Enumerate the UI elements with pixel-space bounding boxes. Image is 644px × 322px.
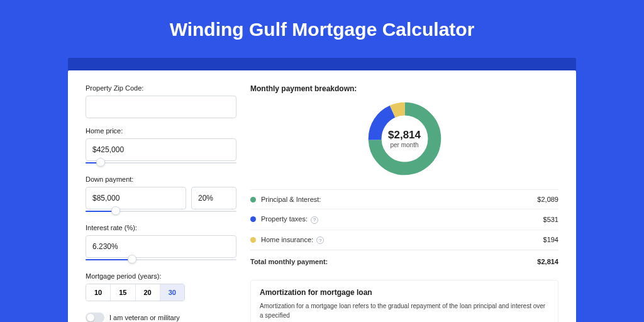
down-payment-slider[interactable]: [86, 209, 236, 215]
down-payment-slider-thumb[interactable]: [111, 206, 120, 215]
donut-wrap: $2,814 per month: [250, 99, 558, 178]
dot-pi: [250, 197, 256, 203]
period-option-30[interactable]: 30: [160, 284, 184, 301]
legend-value-pi: $2,089: [537, 196, 558, 203]
legend-value-ins: $194: [543, 236, 558, 243]
zip-input[interactable]: [86, 96, 236, 118]
period-option-20[interactable]: 20: [136, 284, 160, 301]
help-icon[interactable]: ?: [316, 236, 324, 244]
zip-label: Property Zip Code:: [86, 84, 236, 92]
legend-label-ins: Home insurance: ?: [261, 236, 538, 245]
legend-total-value: $2,814: [537, 258, 558, 265]
calculator-card: Property Zip Code: Home price: Down paym…: [68, 70, 576, 322]
legend-row-total: Total monthly payment: $2,814: [250, 250, 558, 271]
help-icon[interactable]: ?: [311, 216, 318, 224]
legend-total-label: Total monthly payment:: [250, 258, 532, 265]
home-price-label: Home price:: [86, 127, 236, 135]
period-label: Mortgage period (years):: [86, 272, 236, 280]
home-price-input[interactable]: [86, 138, 236, 161]
inputs-panel: Property Zip Code: Home price: Down paym…: [86, 84, 236, 322]
rate-field: Interest rate (%):: [86, 224, 236, 264]
down-payment-pct-input[interactable]: [191, 187, 236, 209]
rate-slider[interactable]: [86, 257, 236, 264]
period-option-15[interactable]: 15: [111, 284, 135, 301]
period-field: Mortgage period (years): 10 15 20 30: [86, 272, 236, 301]
legend-row-tax: Property taxes: ? $531: [250, 209, 558, 230]
veteran-row: I am veteran or military: [86, 313, 236, 322]
veteran-label: I am veteran or military: [109, 314, 180, 321]
period-option-10[interactable]: 10: [86, 284, 111, 301]
page-title: Winding Gulf Mortgage Calculator: [0, 19, 644, 40]
donut-value: $2,814: [388, 129, 421, 142]
legend-label-tax: Property taxes: ?: [261, 215, 538, 224]
rate-slider-fill: [86, 259, 132, 260]
amortization-text: Amortization for a mortgage loan refers …: [260, 302, 549, 320]
legend-label-pi: Principal & Interest:: [261, 196, 532, 203]
breakdown-title: Monthly payment breakdown:: [250, 84, 558, 93]
dot-ins: [250, 237, 256, 243]
rate-input[interactable]: [86, 235, 236, 258]
legend-row-ins: Home insurance: ? $194: [250, 230, 558, 250]
content-band: Property Zip Code: Home price: Down paym…: [68, 58, 576, 322]
results-panel: Monthly payment breakdown: $2,814 per mo…: [250, 84, 558, 322]
down-payment-field: Down payment:: [86, 175, 236, 215]
amortization-heading: Amortization for mortgage loan: [260, 288, 549, 297]
home-price-field: Home price:: [86, 127, 236, 167]
donut-subtext: per month: [390, 142, 418, 148]
home-price-slider[interactable]: [86, 160, 236, 167]
legend: Principal & Interest: $2,089 Property ta…: [250, 189, 558, 271]
donut-chart: $2,814 per month: [365, 99, 444, 178]
down-payment-label: Down payment:: [86, 175, 236, 183]
down-payment-input[interactable]: [86, 187, 186, 209]
dot-tax: [250, 216, 256, 222]
home-price-slider-thumb[interactable]: [96, 158, 105, 167]
donut-center: $2,814 per month: [365, 99, 444, 178]
page-header: Winding Gulf Mortgage Calculator: [0, 0, 644, 58]
rate-label: Interest rate (%):: [86, 224, 236, 231]
legend-row-pi: Principal & Interest: $2,089: [250, 190, 558, 209]
rate-slider-thumb[interactable]: [128, 255, 136, 264]
veteran-toggle[interactable]: [86, 313, 104, 322]
zip-field: Property Zip Code:: [86, 84, 236, 118]
legend-value-tax: $531: [543, 216, 558, 223]
period-group: 10 15 20 30: [86, 284, 185, 301]
amortization-section: Amortization for mortgage loan Amortizat…: [250, 280, 558, 322]
